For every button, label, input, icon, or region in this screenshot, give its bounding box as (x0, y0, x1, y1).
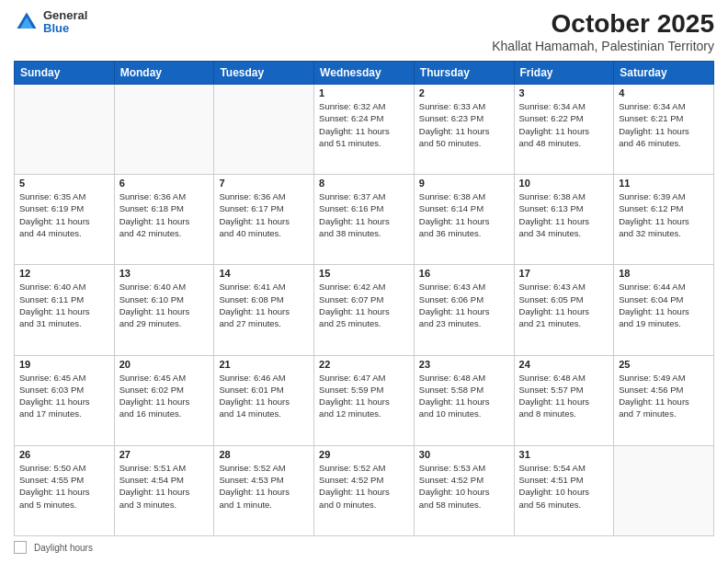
calendar-week-row: 12Sunrise: 6:40 AM Sunset: 6:11 PM Dayli… (15, 265, 714, 355)
calendar-day-cell: 25Sunrise: 5:49 AM Sunset: 4:56 PM Dayli… (614, 355, 714, 445)
calendar-day-cell: 22Sunrise: 6:47 AM Sunset: 5:59 PM Dayli… (314, 355, 415, 445)
calendar-day-cell (214, 85, 314, 175)
day-info: Sunrise: 5:52 AM Sunset: 4:53 PM Dayligh… (219, 462, 309, 511)
calendar-day-cell: 12Sunrise: 6:40 AM Sunset: 6:11 PM Dayli… (15, 265, 115, 355)
calendar-day-cell (15, 85, 115, 175)
logo-blue-text: Blue (43, 22, 87, 35)
calendar-day-header: Thursday (414, 62, 514, 85)
day-info: Sunrise: 6:43 AM Sunset: 6:05 PM Dayligh… (519, 281, 609, 329)
page-title: October 2025 (492, 9, 714, 39)
calendar-day-cell: 9Sunrise: 6:38 AM Sunset: 6:14 PM Daylig… (414, 175, 514, 265)
day-info: Sunrise: 6:48 AM Sunset: 5:58 PM Dayligh… (419, 372, 509, 420)
logo: General Blue (14, 9, 87, 36)
day-number: 10 (519, 178, 609, 189)
calendar-day-cell: 13Sunrise: 6:40 AM Sunset: 6:10 PM Dayli… (114, 265, 214, 355)
day-number: 7 (219, 178, 309, 189)
day-number: 23 (419, 359, 509, 370)
calendar-day-cell: 1Sunrise: 6:32 AM Sunset: 6:24 PM Daylig… (314, 85, 415, 175)
logo-text: General Blue (43, 9, 87, 36)
calendar-day-header: Wednesday (314, 62, 415, 85)
day-number: 11 (619, 178, 709, 189)
day-number: 5 (19, 178, 109, 189)
calendar-day-cell: 6Sunrise: 6:36 AM Sunset: 6:18 PM Daylig… (114, 175, 214, 265)
calendar-header-row: SundayMondayTuesdayWednesdayThursdayFrid… (15, 62, 714, 85)
day-number: 28 (219, 449, 309, 460)
day-info: Sunrise: 6:38 AM Sunset: 6:13 PM Dayligh… (519, 190, 609, 239)
calendar-day-header: Sunday (15, 62, 115, 85)
day-info: Sunrise: 5:54 AM Sunset: 4:51 PM Dayligh… (519, 462, 609, 511)
calendar-day-cell: 2Sunrise: 6:33 AM Sunset: 6:23 PM Daylig… (414, 85, 514, 175)
day-info: Sunrise: 6:47 AM Sunset: 5:59 PM Dayligh… (319, 372, 409, 420)
day-info: Sunrise: 6:36 AM Sunset: 6:17 PM Dayligh… (219, 190, 309, 239)
day-number: 17 (519, 268, 609, 279)
day-number: 26 (19, 449, 109, 460)
calendar-day-cell (114, 85, 214, 175)
day-number: 3 (519, 87, 609, 98)
day-number: 1 (319, 87, 409, 98)
logo-general-text: General (43, 9, 87, 22)
day-number: 27 (119, 449, 210, 460)
day-number: 2 (419, 87, 509, 98)
day-number: 21 (219, 359, 309, 370)
daylight-box (14, 541, 27, 554)
day-number: 15 (319, 268, 409, 279)
calendar-day-cell: 8Sunrise: 6:37 AM Sunset: 6:16 PM Daylig… (314, 175, 415, 265)
calendar-week-row: 26Sunrise: 5:50 AM Sunset: 4:55 PM Dayli… (15, 445, 714, 535)
day-number: 13 (119, 268, 210, 279)
page: General Blue October 2025 Khallat Hamama… (0, 0, 728, 563)
day-info: Sunrise: 6:45 AM Sunset: 6:03 PM Dayligh… (19, 372, 109, 420)
calendar-day-cell: 19Sunrise: 6:45 AM Sunset: 6:03 PM Dayli… (15, 355, 115, 445)
day-info: Sunrise: 5:51 AM Sunset: 4:54 PM Dayligh… (119, 462, 210, 511)
calendar-day-header: Tuesday (214, 62, 314, 85)
day-number: 29 (319, 449, 409, 460)
day-number: 12 (19, 268, 109, 279)
day-number: 22 (319, 359, 409, 370)
day-number: 19 (19, 359, 109, 370)
calendar-day-cell: 28Sunrise: 5:52 AM Sunset: 4:53 PM Dayli… (214, 445, 314, 535)
day-info: Sunrise: 6:46 AM Sunset: 6:01 PM Dayligh… (219, 372, 309, 420)
day-info: Sunrise: 6:40 AM Sunset: 6:11 PM Dayligh… (19, 281, 109, 329)
calendar-day-cell: 23Sunrise: 6:48 AM Sunset: 5:58 PM Dayli… (414, 355, 514, 445)
day-info: Sunrise: 6:40 AM Sunset: 6:10 PM Dayligh… (119, 281, 210, 329)
calendar-day-cell: 27Sunrise: 5:51 AM Sunset: 4:54 PM Dayli… (114, 445, 214, 535)
calendar-day-header: Saturday (614, 62, 714, 85)
day-number: 14 (219, 268, 309, 279)
calendar-day-cell: 15Sunrise: 6:42 AM Sunset: 6:07 PM Dayli… (314, 265, 415, 355)
day-info: Sunrise: 6:32 AM Sunset: 6:24 PM Dayligh… (319, 100, 409, 149)
calendar-day-cell: 26Sunrise: 5:50 AM Sunset: 4:55 PM Dayli… (15, 445, 115, 535)
calendar-day-cell: 21Sunrise: 6:46 AM Sunset: 6:01 PM Dayli… (214, 355, 314, 445)
header: General Blue October 2025 Khallat Hamama… (14, 9, 714, 53)
calendar-day-cell: 7Sunrise: 6:36 AM Sunset: 6:17 PM Daylig… (214, 175, 314, 265)
calendar-day-cell: 11Sunrise: 6:39 AM Sunset: 6:12 PM Dayli… (614, 175, 714, 265)
day-info: Sunrise: 5:50 AM Sunset: 4:55 PM Dayligh… (19, 462, 109, 511)
page-subtitle: Khallat Hamamah, Palestinian Territory (492, 39, 714, 53)
calendar-day-cell: 16Sunrise: 6:43 AM Sunset: 6:06 PM Dayli… (414, 265, 514, 355)
day-number: 6 (119, 178, 210, 189)
day-number: 24 (519, 359, 609, 370)
day-number: 4 (619, 87, 709, 98)
calendar-day-cell: 24Sunrise: 6:48 AM Sunset: 5:57 PM Dayli… (514, 355, 614, 445)
day-info: Sunrise: 5:53 AM Sunset: 4:52 PM Dayligh… (419, 462, 509, 511)
calendar-day-cell: 14Sunrise: 6:41 AM Sunset: 6:08 PM Dayli… (214, 265, 314, 355)
day-number: 18 (619, 268, 709, 279)
day-number: 8 (319, 178, 409, 189)
day-number: 25 (619, 359, 709, 370)
calendar-day-cell: 29Sunrise: 5:52 AM Sunset: 4:52 PM Dayli… (314, 445, 415, 535)
day-number: 30 (419, 449, 509, 460)
day-info: Sunrise: 6:42 AM Sunset: 6:07 PM Dayligh… (319, 281, 409, 329)
day-info: Sunrise: 6:36 AM Sunset: 6:18 PM Dayligh… (119, 190, 210, 239)
day-info: Sunrise: 6:35 AM Sunset: 6:19 PM Dayligh… (19, 190, 109, 239)
day-info: Sunrise: 6:48 AM Sunset: 5:57 PM Dayligh… (519, 372, 609, 420)
logo-icon (14, 9, 40, 35)
calendar-day-cell: 17Sunrise: 6:43 AM Sunset: 6:05 PM Dayli… (514, 265, 614, 355)
day-info: Sunrise: 5:49 AM Sunset: 4:56 PM Dayligh… (619, 372, 709, 420)
day-number: 9 (419, 178, 509, 189)
calendar-day-cell: 5Sunrise: 6:35 AM Sunset: 6:19 PM Daylig… (15, 175, 115, 265)
calendar-day-cell: 18Sunrise: 6:44 AM Sunset: 6:04 PM Dayli… (614, 265, 714, 355)
calendar-day-cell: 3Sunrise: 6:34 AM Sunset: 6:22 PM Daylig… (514, 85, 614, 175)
day-info: Sunrise: 6:33 AM Sunset: 6:23 PM Dayligh… (419, 100, 509, 149)
day-info: Sunrise: 6:34 AM Sunset: 6:22 PM Dayligh… (519, 100, 609, 149)
calendar-day-header: Monday (114, 62, 214, 85)
calendar-day-cell: 4Sunrise: 6:34 AM Sunset: 6:21 PM Daylig… (614, 85, 714, 175)
calendar-day-cell: 20Sunrise: 6:45 AM Sunset: 6:02 PM Dayli… (114, 355, 214, 445)
